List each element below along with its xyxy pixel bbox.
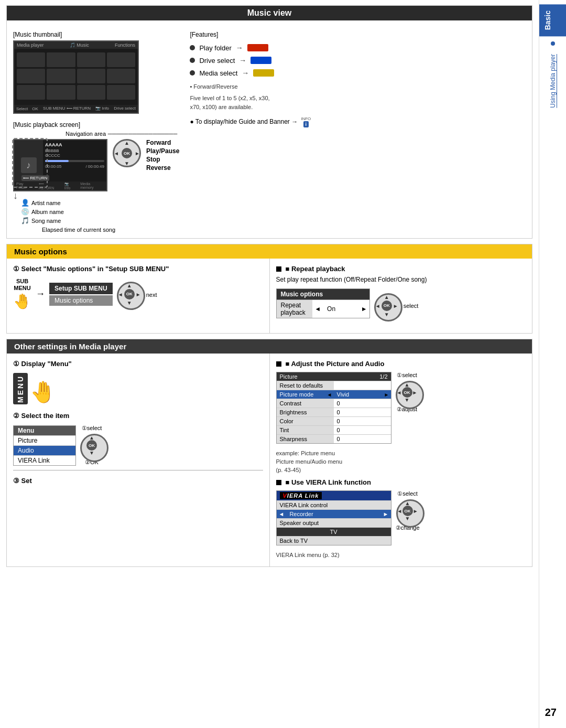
dpad-ok-5: OK bbox=[402, 387, 412, 398]
feature-media-select: Media select → bbox=[190, 69, 526, 77]
adjust-picture-title: ■ Adjust the Picture and Audio bbox=[276, 360, 526, 368]
other-settings-body: ① Display "Menu" MENU 🤚 ② Select the ite… bbox=[7, 354, 532, 566]
music-view-section: Music view [Music thumbnail] Media playe… bbox=[6, 5, 532, 239]
thumb-functions-label: Functions bbox=[115, 42, 135, 48]
square-icon-2 bbox=[276, 361, 281, 367]
dpad-left-5: ◄ bbox=[397, 390, 402, 395]
viera-link-logo: VIERA Link bbox=[280, 492, 322, 499]
set-title: ③ Set bbox=[13, 477, 263, 485]
ok-col: ①select ▲ ▼ OK ②OK bbox=[80, 425, 103, 466]
music-options-left: ① Select "Music options" in "Setup SUB M… bbox=[7, 259, 270, 333]
dpad-down-5: ▼ bbox=[405, 397, 410, 403]
pt-row-color: Color 0 bbox=[277, 416, 391, 425]
vt-row-recorder: ◄ Recorder ► bbox=[277, 509, 391, 518]
menu-list-box: Menu Picture Audio VIERA Link bbox=[13, 425, 76, 466]
info-top: INFO bbox=[301, 116, 311, 121]
dpad-left-arrow: ◄ bbox=[114, 151, 119, 156]
color-btn-red bbox=[247, 44, 268, 51]
example-note: example: Picture menu bbox=[276, 450, 526, 456]
stop-label: Stop bbox=[146, 156, 179, 163]
color-btn-blue bbox=[251, 57, 271, 64]
flow-row-submenu: SUBMENU 🤚 → Setup SUB MENU Music options… bbox=[13, 278, 263, 310]
thumb-select: Select OK bbox=[16, 106, 38, 112]
music-options-section: Music options ① Select "Music options" i… bbox=[6, 244, 532, 334]
select-right-label: select bbox=[404, 303, 419, 309]
thumb-cell bbox=[77, 52, 105, 67]
thumb-music-label: 🎵 Music bbox=[70, 42, 89, 48]
viera-link-title: ■ Use VIERA Link function bbox=[276, 478, 526, 486]
dpad-select-item: ▲ ▼ OK bbox=[80, 434, 103, 457]
mot-arrow-right: ► bbox=[359, 304, 369, 314]
features-list: Play folder → Drive select → Media selec… bbox=[190, 40, 526, 77]
vt-row-control: VIERA Link control bbox=[277, 500, 391, 509]
reverse-label: Reverse bbox=[146, 164, 179, 172]
arrow-play-folder: → bbox=[236, 44, 243, 52]
music-options-header: Music options bbox=[7, 244, 532, 259]
picture-table: Picture 1/2 Reset to defaults Picture mo… bbox=[276, 372, 391, 444]
dpad-ok-6: OK bbox=[402, 506, 413, 516]
dpad-right-3: ► bbox=[393, 303, 398, 308]
play-pause-label: Play/Pause bbox=[146, 147, 179, 155]
dpad-left-3: ◄ bbox=[375, 303, 380, 308]
square-icon-3 bbox=[276, 480, 281, 485]
thumb-cell bbox=[77, 85, 105, 100]
dpad-ok-3: OK bbox=[382, 301, 392, 311]
right-sidebar-main: Basic Using Media player bbox=[539, 0, 566, 728]
sub-menu-label: SUBMENU bbox=[14, 278, 30, 292]
picture-audio-note: Picture menu/Audio menu bbox=[276, 458, 526, 465]
page-ref-note: (p. 43-45) bbox=[276, 467, 526, 473]
pt-row-contrast: Contrast 0 bbox=[277, 399, 391, 408]
setup-sub-menu-box: Setup SUB MENU bbox=[49, 283, 113, 294]
select-label-vl: ①select bbox=[397, 490, 418, 497]
thumb-driveselect: Drive select bbox=[114, 106, 136, 112]
thumb-info: 📷 Info bbox=[95, 106, 109, 112]
mot-header: Music options bbox=[277, 289, 369, 299]
hand-menu-icon: 🤚 bbox=[30, 380, 56, 404]
ml-item-picture: Picture bbox=[14, 435, 75, 445]
info-badge: i bbox=[303, 121, 309, 127]
album-name-row: 💿 Album name bbox=[21, 208, 64, 216]
picture-flow-row: Picture 1/2 Reset to defaults Picture mo… bbox=[276, 372, 526, 446]
dpad-right-2: ► bbox=[136, 291, 141, 297]
dpad-up-arrow: ▲ bbox=[124, 140, 129, 146]
drive-select-text: Drive select bbox=[199, 57, 235, 65]
dpad-right-6: ► bbox=[413, 508, 418, 514]
dpad-music-options: ▲ ▼ ◄ ► OK bbox=[117, 282, 142, 307]
main-content: Music view [Music thumbnail] Media playe… bbox=[0, 0, 539, 728]
forward-reverse-note: • Forward/Reverse Five level of 1 to 5 (… bbox=[190, 82, 526, 112]
thumb-cell bbox=[47, 69, 75, 83]
dpad-down-6: ▼ bbox=[405, 516, 410, 521]
media-select-text: Media select bbox=[199, 69, 237, 77]
dpad-down-2: ▼ bbox=[127, 300, 132, 306]
sidebar-basic: Basic bbox=[539, 4, 566, 36]
pb-artist: AAAAA bbox=[45, 142, 104, 147]
bullet-play-folder bbox=[190, 45, 195, 50]
ml-item-viera: VIERA Link bbox=[14, 455, 75, 465]
repeat-flow-row: Music options Repeat playback ◄ On ► ▲ ▼ bbox=[276, 288, 526, 323]
thumb-top-bar: Media player 🎵 Music Functions bbox=[14, 41, 138, 49]
pb-album: BBBBB bbox=[45, 148, 104, 153]
artists-col: 👤 Artist name 💿 Album name 🎵 Song name bbox=[21, 199, 64, 224]
playback-nav-col: ▲ ▼ ◄ ► OK bbox=[113, 139, 141, 167]
thumb-player-label: Media player bbox=[17, 42, 44, 48]
elapsed-time-label: Elapsed time of current song bbox=[42, 227, 179, 233]
playback-screen-label: [Music playback screen] bbox=[13, 121, 179, 129]
playback-left-col: ♪ AAAAA BBBBB CCCCC bbox=[13, 139, 179, 191]
dpad-up-2: ▲ bbox=[127, 283, 132, 288]
select-step-label: ①select bbox=[82, 425, 102, 432]
dpad-repeat: ▲ ▼ ◄ ► OK bbox=[374, 293, 399, 318]
thumb-cell bbox=[107, 69, 135, 83]
thumb-cell bbox=[17, 69, 45, 83]
dpad-left-2: ◄ bbox=[118, 291, 123, 297]
mot-row: Repeat playback ◄ On ► bbox=[277, 299, 369, 318]
step1-title: ① Select "Music options" in "Setup SUB M… bbox=[13, 265, 263, 273]
mot-label: Repeat playback bbox=[277, 300, 313, 318]
bullet-drive-select bbox=[190, 58, 195, 63]
divider-line bbox=[13, 470, 263, 470]
vt-header: VIERA Link bbox=[277, 491, 391, 500]
thumb-bottom-bar: Select OK SUB MENU ⟵ RETURN 📷 Info Drive… bbox=[14, 105, 138, 113]
artist-name-row: 👤 Artist name bbox=[21, 199, 64, 207]
repeat-desc: Set play repeat function (Off/Repeat Fol… bbox=[276, 276, 526, 283]
mot-value: On bbox=[323, 304, 359, 314]
guide-banner: ● To display/hide Guide and Banner → INF… bbox=[190, 116, 526, 127]
